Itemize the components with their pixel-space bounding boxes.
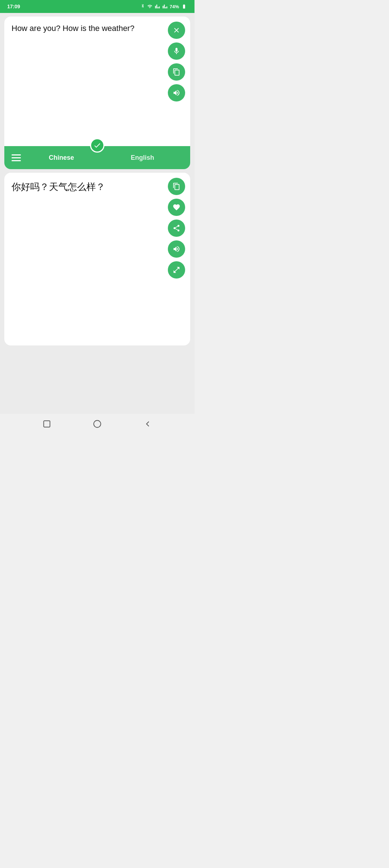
recents-button[interactable] — [40, 417, 53, 430]
nav-bar — [0, 414, 194, 434]
back-icon — [143, 419, 152, 429]
menu-button[interactable] — [12, 154, 21, 161]
status-bar: 17:09 74% — [0, 0, 194, 13]
toolbar: Chinese English — [4, 146, 190, 169]
home-button[interactable] — [91, 417, 104, 430]
svg-rect-0 — [44, 421, 50, 427]
input-actions — [168, 22, 185, 101]
speaker-translation-icon — [173, 245, 180, 253]
favorite-button[interactable] — [168, 199, 185, 216]
copy-translation-icon — [173, 182, 180, 190]
copy-button[interactable] — [168, 63, 185, 81]
speaker-icon — [173, 89, 180, 97]
battery-text: 74% — [170, 4, 179, 9]
signal-icon-2 — [162, 4, 168, 9]
close-button[interactable] — [168, 22, 185, 39]
mic-icon — [173, 47, 180, 55]
battery-icon — [181, 4, 187, 9]
close-icon — [173, 26, 180, 34]
input-card: How are you? How is the weather? — [4, 17, 190, 146]
translation-actions — [168, 178, 185, 279]
copy-translation-button[interactable] — [168, 178, 185, 195]
translation-card: 你好吗？天气怎么样？ — [4, 173, 190, 345]
expand-icon — [173, 266, 180, 274]
input-text[interactable]: How are you? How is the weather? — [12, 23, 184, 140]
source-language-label[interactable]: Chinese — [21, 154, 102, 162]
heart-icon — [173, 203, 180, 211]
expand-button[interactable] — [168, 261, 185, 279]
copy-icon — [173, 68, 180, 76]
status-icons: 74% — [140, 4, 187, 9]
status-time: 17:09 — [7, 4, 20, 9]
translated-text[interactable]: 你好吗？天气怎么样？ — [12, 180, 184, 338]
check-icon — [93, 141, 101, 149]
mic-button[interactable] — [168, 42, 185, 60]
recents-icon — [42, 419, 52, 429]
main-content: How are you? How is the weather? — [0, 13, 194, 414]
wifi-icon — [147, 4, 153, 9]
check-badge — [90, 138, 104, 153]
share-icon — [173, 224, 180, 232]
back-button[interactable] — [141, 417, 154, 430]
home-icon — [93, 419, 102, 429]
speaker-translation-button[interactable] — [168, 240, 185, 258]
signal-icon — [155, 4, 160, 9]
target-language-label[interactable]: English — [102, 154, 183, 162]
bluetooth-icon — [140, 4, 145, 9]
speaker-button[interactable] — [168, 84, 185, 101]
svg-point-1 — [94, 420, 101, 428]
share-button[interactable] — [168, 220, 185, 237]
